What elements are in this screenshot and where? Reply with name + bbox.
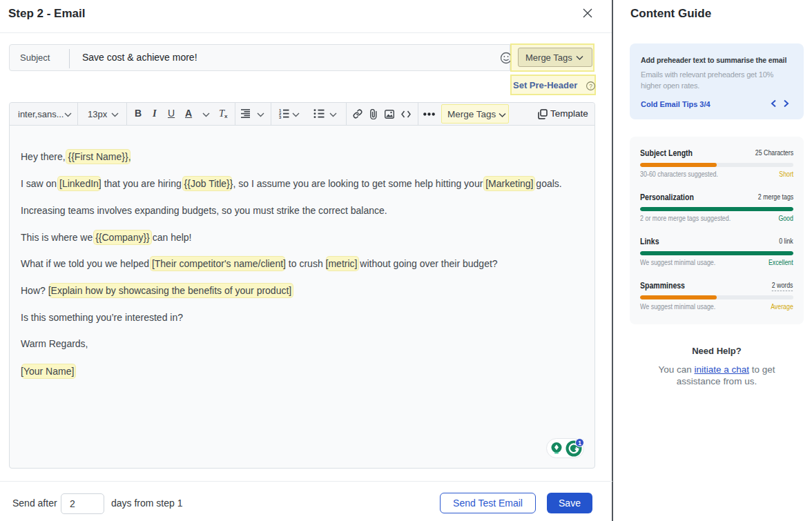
svg-text:?: ?	[589, 83, 592, 90]
svg-text:3: 3	[279, 115, 282, 119]
svg-text:1: 1	[578, 440, 581, 446]
